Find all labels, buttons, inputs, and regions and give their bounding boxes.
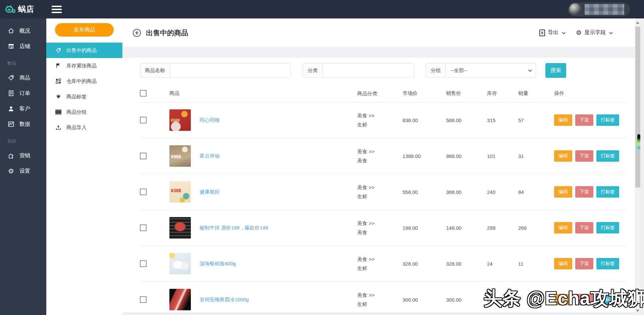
stock-value: 240	[487, 189, 518, 195]
product-category-line1: 美食 >>	[357, 111, 402, 120]
edit-button[interactable]: 编辑	[554, 258, 572, 269]
stock-value: 315	[487, 117, 518, 123]
import-icon	[55, 124, 62, 131]
product-name-link[interactable]: 谷饲安格斯西冷1000g	[200, 297, 249, 303]
sales-value: 57	[518, 117, 554, 123]
product-image-price-badge: ¥588	[171, 118, 180, 123]
submenu-item-groups[interactable]: 商品分组	[46, 104, 122, 120]
vertical-scrollbar[interactable]	[635, 18, 641, 315]
submenu-item-lowstock[interactable]: 库存紧张商品	[46, 58, 122, 73]
sidebar-item-overview[interactable]: 概况	[0, 23, 46, 39]
column-market-price: 市场价	[402, 90, 446, 97]
sidebar-item-label: 数据	[19, 121, 30, 128]
back-button[interactable]	[132, 29, 141, 37]
scrollbar-thumb[interactable]	[635, 27, 640, 188]
product-image-price-badge: ¥988	[171, 154, 181, 159]
take-down-button[interactable]: 下架	[575, 150, 593, 162]
edit-button[interactable]: 编辑	[554, 150, 572, 162]
display-fields-button[interactable]: ⚙ 显示字段	[576, 29, 612, 36]
table-header: 商品 商品分类 市场价 销售价 库存 销量 操作	[140, 85, 627, 102]
sale-price: 588.00	[446, 117, 487, 123]
add-label-button[interactable]: 打标签	[596, 150, 619, 162]
row-checkbox[interactable]	[140, 260, 147, 267]
brand[interactable]: 蜗店	[0, 4, 46, 14]
take-down-button[interactable]: 下架	[575, 258, 593, 269]
avatar	[569, 3, 581, 15]
add-label-button[interactable]: 打标签	[596, 114, 619, 126]
product-name-link[interactable]: 深海银鳕鱼600g	[200, 261, 236, 267]
category-input[interactable]	[323, 63, 414, 77]
home-icon	[7, 27, 15, 35]
edit-button[interactable]: 编辑	[554, 222, 572, 233]
sidebar-item-settings[interactable]: ⚙ 设置	[0, 163, 46, 179]
search-button[interactable]: 搜索	[545, 63, 566, 78]
product-name-input[interactable]	[170, 63, 290, 77]
product-name-link[interactable]: 秘制牛排 原价198，爆款价148	[200, 225, 268, 231]
take-down-button[interactable]: 下架	[575, 186, 593, 198]
row-checkbox[interactable]	[140, 189, 147, 195]
product-submenu: 发布商品 出售中的商品 库存紧张商品 仓库中的商品 商品标签 商品分组	[46, 18, 122, 315]
hamburger-menu-icon[interactable]	[52, 6, 62, 13]
right-edge-strip	[641, 18, 644, 315]
take-down-button[interactable]: 下架	[575, 114, 593, 126]
add-label-button[interactable]: 打标签	[596, 222, 619, 233]
row-checkbox[interactable]	[140, 296, 147, 303]
table-row: ¥588 同心同顺 美食 >> 生鲜 838.00 588.00 315 57 …	[140, 102, 627, 138]
publish-product-button[interactable]: 发布商品	[55, 23, 114, 37]
row-checkbox[interactable]	[140, 224, 147, 231]
take-down-button[interactable]: 下架	[575, 222, 593, 233]
table-row: 秘制牛排 原价198，爆款价148 美食 >> 美食 198.00 148.00…	[140, 210, 627, 246]
column-category: 商品分类	[357, 89, 402, 98]
add-label-button[interactable]: 打标签	[596, 258, 619, 269]
page-title: 出售中的商品	[146, 28, 188, 38]
row-checkbox[interactable]	[140, 153, 147, 159]
sidebar-section-label: 我的	[0, 135, 46, 148]
product-category-line1: 美食 >>	[357, 291, 402, 300]
submenu-item-warehouse[interactable]: 仓库中的商品	[46, 73, 122, 89]
chart-icon	[7, 120, 15, 128]
back-circle-icon	[132, 29, 141, 37]
sidebar-item-data[interactable]: 数据	[0, 116, 46, 132]
table-row: ¥388 健康都好 美食 >> 生鲜 558.00 388.00 240 84 …	[140, 174, 627, 210]
export-label: 导出	[548, 29, 558, 36]
filter-bar: 商品名称 分类 分组 --全部-- 搜索	[140, 63, 627, 78]
add-label-button[interactable]: 打标签	[596, 186, 619, 198]
user-menu[interactable]	[568, 2, 630, 16]
product-category-line2: 生鲜	[357, 264, 402, 273]
submenu-item-onsale[interactable]: 出售中的商品	[46, 43, 122, 58]
sidebar-item-marketing[interactable]: 营销	[0, 148, 46, 163]
submenu-item-labels[interactable]: 商品标签	[46, 89, 122, 104]
chevron-down-icon	[528, 68, 532, 72]
sidebar-item-products[interactable]: 商品	[0, 70, 46, 86]
submenu-item-import[interactable]: 商品导入	[46, 120, 122, 135]
product-image: ¥588	[169, 109, 191, 131]
column-actions: 操作	[554, 90, 627, 97]
edit-button[interactable]: 编辑	[554, 186, 572, 198]
category-filter-label: 分类	[303, 63, 323, 77]
chevron-down-icon	[562, 30, 566, 34]
stock-value: 299	[487, 225, 518, 231]
sales-value: 84	[518, 189, 554, 195]
edit-button[interactable]: 编辑	[554, 114, 572, 126]
sidebar-item-customers[interactable]: 客户	[0, 101, 46, 116]
select-all-checkbox[interactable]	[140, 90, 147, 97]
sidebar-section-label: 数据	[0, 57, 46, 70]
scroll-up-icon[interactable]	[636, 21, 639, 24]
product-name-link[interactable]: 同心同顺	[200, 117, 220, 123]
product-category-line1: 美食 >>	[357, 183, 402, 192]
market-price: 838.00	[402, 117, 446, 123]
sidebar-item-label: 客户	[19, 105, 30, 112]
brand-logo-snail-icon	[5, 5, 15, 14]
product-name-link[interactable]: 健康都好	[200, 189, 220, 195]
export-button[interactable]: X 导出	[539, 29, 565, 36]
list-icon	[55, 109, 62, 115]
sidebar-item-shop[interactable]: 店铺	[0, 39, 46, 54]
row-checkbox[interactable]	[140, 117, 147, 123]
sale-price: 148.00	[446, 225, 487, 231]
gear-icon: ⚙	[7, 167, 15, 175]
sidebar-item-orders[interactable]: 订单	[0, 86, 46, 101]
group-select[interactable]: --全部--	[446, 63, 536, 77]
submenu-item-label: 库存紧张商品	[66, 63, 97, 69]
product-name-link[interactable]: 星云伴福	[200, 153, 220, 159]
boxes-icon	[55, 78, 62, 85]
